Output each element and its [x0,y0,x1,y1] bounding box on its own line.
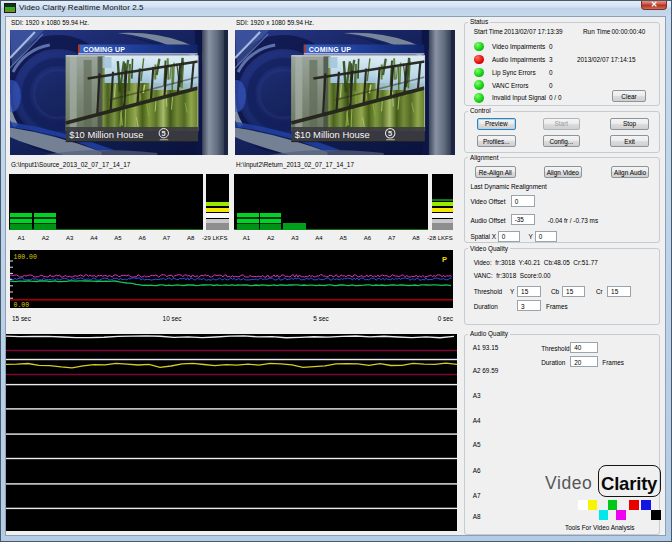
svg-text:P: P [442,254,447,263]
svg-text:100.00: 100.00 [14,253,38,260]
svg-text:0.00: 0.00 [14,302,30,309]
